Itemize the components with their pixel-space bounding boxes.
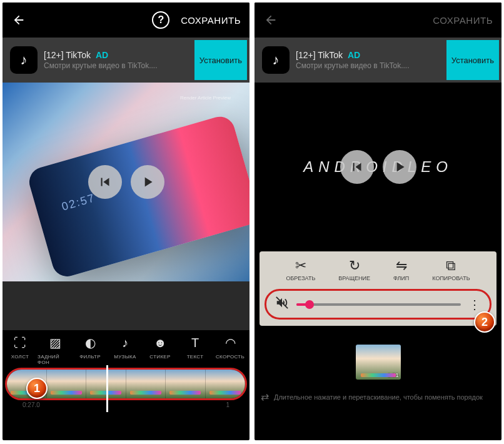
save-button[interactable]: СОХРАНИТЬ <box>181 15 241 26</box>
preview-caption: Render Article Preview <box>180 95 231 101</box>
edit-tool-label: ОБРЕЗАТЬ <box>286 275 315 281</box>
tool-icon: ♪ <box>122 334 128 351</box>
tool-холст[interactable]: ⛶ХОЛСТ <box>3 334 38 365</box>
edit-tool-флип[interactable]: ⇋ФЛИП <box>393 258 409 281</box>
more-icon[interactable]: ⋮ <box>468 297 481 312</box>
tool-icon: ⛶ <box>14 334 26 351</box>
skip-previous-button[interactable] <box>340 150 374 184</box>
tool-icon: ☻ <box>153 334 166 351</box>
tiktok-icon: ♪ <box>262 46 290 74</box>
skip-previous-button[interactable] <box>88 165 122 199</box>
swap-icon: ⇄ <box>261 391 269 403</box>
back-button[interactable] <box>11 13 26 28</box>
topbar: СОХРАНИТЬ <box>255 3 501 38</box>
edit-tool-вращение[interactable]: ↻ВРАЩЕНИЕ <box>338 258 370 281</box>
save-button: СОХРАНИТЬ <box>433 15 493 26</box>
ad-banner[interactable]: ♪ [12+] TikTok AD Смотри крутые видео в … <box>3 38 249 83</box>
edit-tool-icon: ⧉ <box>446 258 456 274</box>
edit-tool-icon: ↻ <box>349 258 360 274</box>
tool-фильтр[interactable]: ◐ФИЛЬТР <box>73 334 108 365</box>
tool-icon: ◐ <box>85 334 96 351</box>
video-preview[interactable]: ANDROIDLEO <box>255 83 501 251</box>
tool-label: ЗАДНИЙ ФОН <box>38 354 73 365</box>
tiktok-icon: ♪ <box>10 46 38 74</box>
tool-strip: ⛶ХОЛСТ▨ЗАДНИЙ ФОН◐ФИЛЬТР♪МУЗЫКА☻СТИКЕРTТ… <box>3 330 249 366</box>
mute-icon[interactable] <box>275 296 289 313</box>
playhead[interactable] <box>106 368 108 400</box>
tool-label: ФИЛЬТР <box>79 354 101 360</box>
edit-tool-обрезать[interactable]: ✂ОБРЕЗАТЬ <box>286 258 315 281</box>
tool-стикер[interactable]: ☻СТИКЕР <box>143 334 178 365</box>
topbar: ? СОХРАНИТЬ <box>3 3 249 38</box>
spacer <box>3 281 249 330</box>
screen-right: СОХРАНИТЬ ♪ [12+] TikTok AD Смотри круты… <box>255 3 501 440</box>
tool-скорость[interactable]: ◠СКОРОСТЬ <box>213 334 248 365</box>
video-preview[interactable]: Render Article Preview <box>3 83 249 281</box>
ad-subtitle: Смотри крутые видео в TikTok.... <box>296 61 440 70</box>
edit-tool-label: КОПИРОВАТЬ <box>432 275 470 281</box>
tool-label: МУЗЫКА <box>114 354 136 360</box>
tool-icon: ▨ <box>49 334 61 351</box>
tool-текст[interactable]: TТЕКСТ <box>178 334 213 365</box>
tool-label: ТЕКСТ <box>187 354 204 360</box>
play-button[interactable] <box>131 165 164 199</box>
screen-left: ? СОХРАНИТЬ ♪ [12+] TikTok AD Смотри кру… <box>3 3 249 440</box>
ad-banner[interactable]: ♪ [12+] TikTok AD Смотри крутые видео в … <box>255 38 501 83</box>
edit-tool-копировать[interactable]: ⧉КОПИРОВАТЬ <box>432 258 470 281</box>
edit-tool-label: ФЛИП <box>393 275 409 281</box>
clip-duration: 1:51 <box>388 372 399 378</box>
install-button[interactable]: Установить <box>194 40 247 80</box>
ad-title: [12+] TikTok AD <box>296 50 440 60</box>
callout-badge-1: 1 <box>26 378 48 399</box>
hint-bar: ⇄ Длительное нажатие и перетаскивание, ч… <box>255 386 501 408</box>
ad-title: [12+] TikTok AD <box>44 50 188 60</box>
volume-row: ⋮ <box>265 289 491 320</box>
play-button[interactable] <box>383 150 416 184</box>
ad-subtitle: Смотри крутые видео в TikTok.... <box>44 61 188 70</box>
help-icon[interactable]: ? <box>152 11 169 29</box>
slider-thumb[interactable] <box>305 300 314 309</box>
timeline-end: 1 <box>226 401 229 408</box>
timeline-start: 0:27.0 <box>23 401 40 408</box>
tool-icon: ◠ <box>225 334 236 351</box>
clip-tray: 1:51 <box>255 326 501 386</box>
tool-label: СКОРОСТЬ <box>216 354 244 360</box>
tool-музыка[interactable]: ♪МУЗЫКА <box>108 334 143 365</box>
tool-задний фон[interactable]: ▨ЗАДНИЙ ФОН <box>38 334 73 365</box>
callout-badge-2: 2 <box>474 311 495 333</box>
tool-icon: T <box>191 334 199 351</box>
edit-tool-label: ВРАЩЕНИЕ <box>338 275 370 281</box>
hint-text: Длительное нажатие и перетаскивание, что… <box>274 393 483 401</box>
edit-tool-icon: ⇋ <box>396 258 407 274</box>
tool-label: ХОЛСТ <box>11 354 29 360</box>
back-button[interactable] <box>263 13 278 28</box>
edit-panel: ✂ОБРЕЗАТЬ↻ВРАЩЕНИЕ⇋ФЛИП⧉КОПИРОВАТЬ ⋮ <box>260 251 496 326</box>
edit-tool-icon: ✂ <box>295 258 306 274</box>
tool-label: СТИКЕР <box>149 354 170 360</box>
clip-thumbnail[interactable]: 1:51 <box>356 345 401 380</box>
volume-slider[interactable] <box>296 303 461 306</box>
install-button[interactable]: Установить <box>446 40 499 80</box>
